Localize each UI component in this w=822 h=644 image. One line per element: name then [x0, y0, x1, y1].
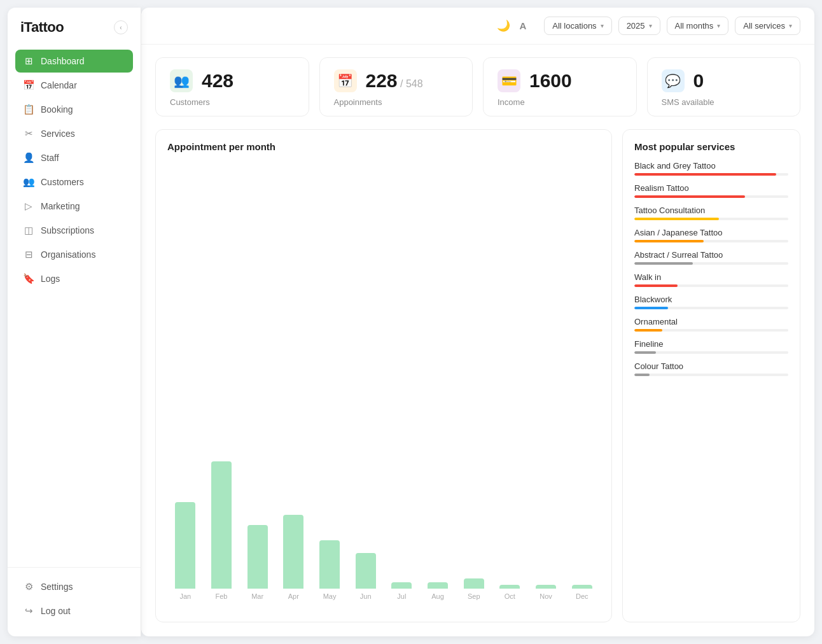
- filter-months[interactable]: All months ▾: [667, 17, 729, 35]
- bar-label: Sep: [468, 592, 480, 600]
- topbar-icons: 🌙 A: [497, 19, 526, 32]
- filter-services[interactable]: All services ▾: [735, 17, 800, 35]
- chart-title: Appointment per month: [167, 141, 600, 152]
- sidebar-item-logs[interactable]: 🔖 Logs: [15, 267, 133, 290]
- service-item: Abstract / Surreal Tattoo: [634, 250, 788, 265]
- filter-year[interactable]: 2025 ▾: [618, 17, 660, 35]
- appointments-icon: 📅: [334, 69, 357, 92]
- stat-top: 💳 1600: [498, 69, 622, 92]
- bar-jul: [391, 582, 412, 589]
- sidebar-item-label: Booking: [41, 104, 73, 115]
- bar-label: Jun: [360, 592, 372, 600]
- sidebar-item-calendar[interactable]: 📅 Calendar: [15, 74, 133, 97]
- bar-group-apr: Apr: [275, 515, 312, 600]
- stat-number: 0: [693, 71, 704, 90]
- sidebar-item-marketing[interactable]: ▷ Marketing: [15, 195, 133, 218]
- chevron-down-icon: ▾: [717, 22, 720, 29]
- sidebar-item-services[interactable]: ✂ Services: [15, 122, 133, 145]
- logs-icon: 🔖: [23, 273, 34, 284]
- bar-label: Dec: [576, 592, 589, 600]
- bar-group-oct: Oct: [492, 585, 528, 600]
- bar-group-nov: Nov: [528, 585, 564, 600]
- subscriptions-icon: ◫: [23, 225, 34, 236]
- sidebar-nav: ⊞ Dashboard📅 Calendar📋 Booking✂ Services…: [8, 45, 141, 567]
- service-name: Blackwork: [634, 295, 788, 304]
- bar-label: Jul: [397, 592, 406, 600]
- service-item: Asian / Japanese Tattoo: [634, 228, 788, 242]
- bar-group-mar: Mar: [239, 525, 275, 600]
- sidebar-item-settings[interactable]: ⚙ Settings: [15, 575, 133, 598]
- services-list: Black and Grey Tattoo Realism Tattoo Tat…: [634, 161, 788, 384]
- sidebar-item-label: Dashboard: [41, 56, 85, 66]
- service-name: Fineline: [634, 339, 788, 349]
- sidebar-item-subscriptions[interactable]: ◫ Subscriptions: [15, 219, 133, 242]
- sidebar-item-label: Logs: [41, 274, 60, 284]
- service-name: Colour Tattoo: [634, 361, 788, 371]
- main-content: 🌙 A All locations ▾2025 ▾All months ▾All…: [141, 0, 822, 644]
- sidebar-item-booking[interactable]: 📋 Booking: [15, 98, 133, 121]
- sidebar-item-label: Customers: [41, 177, 84, 187]
- sidebar-item-organisations[interactable]: ⊟ Organisations: [15, 243, 133, 266]
- chart-section: Appointment per month Jan Feb Mar Apr Ma…: [155, 129, 612, 622]
- bar-dec: [572, 585, 592, 589]
- services-icon: ✂: [23, 128, 34, 139]
- bar-group-dec: Dec: [564, 585, 600, 600]
- service-name: Realism Tattoo: [634, 183, 788, 193]
- sidebar-item-label: Subscriptions: [41, 225, 94, 235]
- logout-icon: ↪: [23, 605, 34, 617]
- calendar-icon: 📅: [23, 80, 34, 91]
- service-bar-fill: [634, 262, 693, 265]
- translate-icon[interactable]: A: [519, 20, 526, 31]
- service-bar-track: [634, 307, 788, 309]
- content-area: Appointment per month Jan Feb Mar Apr Ma…: [141, 129, 814, 636]
- stat-top: 💬 0: [662, 69, 786, 92]
- sidebar-item-customers[interactable]: 👥 Customers: [15, 171, 133, 193]
- chevron-down-icon: ▾: [601, 22, 604, 29]
- service-name: Black and Grey Tattoo: [634, 161, 788, 171]
- stat-card-sms: 💬 0 SMS available: [647, 57, 801, 116]
- service-item: Fineline: [634, 339, 788, 354]
- service-bar-track: [634, 351, 788, 354]
- service-name: Asian / Japanese Tattoo: [634, 228, 788, 237]
- service-bar-fill: [634, 173, 776, 176]
- bar-group-feb: Feb: [204, 461, 240, 600]
- topbar: 🌙 A All locations ▾2025 ▾All months ▾All…: [141, 8, 814, 45]
- sidebar-item-staff[interactable]: 👤 Staff: [15, 146, 133, 169]
- sidebar-item-logout[interactable]: ↪ Log out: [15, 599, 133, 622]
- bar-label: Nov: [540, 592, 552, 600]
- filter-location[interactable]: All locations ▾: [544, 17, 611, 35]
- bar-label: Mar: [251, 592, 263, 600]
- moon-icon[interactable]: 🌙: [497, 19, 510, 32]
- customers-icon: 👥: [23, 176, 34, 188]
- bar-label: Oct: [505, 592, 515, 600]
- filter-label: All months: [675, 21, 714, 31]
- collapse-button[interactable]: ‹: [114, 20, 128, 34]
- chevron-down-icon: ▾: [789, 22, 792, 29]
- bar-jun: [356, 553, 376, 589]
- services-title: Most popular services: [634, 141, 788, 152]
- service-bar-track: [634, 284, 788, 287]
- sidebar-item-label: Calendar: [41, 80, 77, 90]
- bar-jan: [175, 502, 195, 589]
- sidebar-item-label: Settings: [41, 582, 73, 592]
- stats-row: 👥 428 Customers 📅 228 / 548 Appoinments …: [141, 45, 814, 129]
- services-section: Most popular services Black and Grey Tat…: [622, 129, 800, 622]
- bar-feb: [211, 461, 232, 589]
- sidebar-bottom: ⚙ Settings↪ Log out: [8, 567, 141, 636]
- bar-nov: [536, 585, 556, 589]
- filter-label: All locations: [552, 21, 596, 31]
- stat-label: Customers: [170, 97, 295, 107]
- stat-top: 📅 228 / 548: [334, 69, 459, 92]
- dashboard-icon: ⊞: [23, 55, 34, 67]
- service-bar-fill: [634, 218, 719, 220]
- customers-icon: 👥: [170, 69, 193, 92]
- sidebar-item-label: Organisations: [41, 249, 95, 260]
- service-item: Ornamental: [634, 317, 788, 332]
- sidebar-item-label: Staff: [41, 153, 59, 163]
- chevron-down-icon: ▾: [649, 22, 652, 29]
- sidebar-item-dashboard[interactable]: ⊞ Dashboard: [15, 50, 133, 73]
- stat-number: 1600: [529, 71, 572, 90]
- service-bar-track: [634, 218, 788, 220]
- booking-icon: 📋: [23, 104, 34, 115]
- service-bar-track: [634, 329, 788, 332]
